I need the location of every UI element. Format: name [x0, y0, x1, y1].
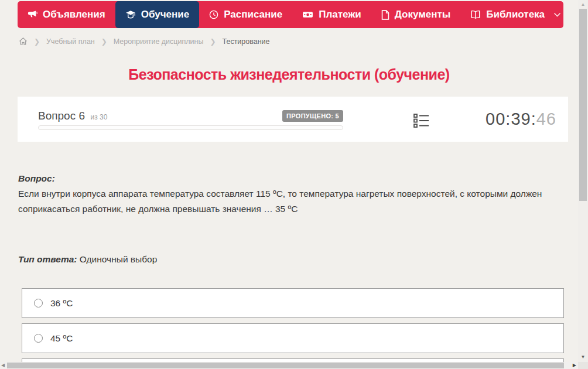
breadcrumb-separator: ❯ — [34, 37, 40, 46]
question-body: Вопрос: Если внутри корпуса аппарата тем… — [18, 171, 569, 267]
progress-bar — [38, 125, 343, 130]
nav-item-announcements[interactable]: Объявления — [18, 1, 115, 28]
nav-item-payments[interactable]: Платежи — [292, 1, 371, 28]
top-navbar: Объявления Обучение Расписание Платежи Д… — [18, 1, 563, 28]
question-text: Если внутри корпуса аппарата температура… — [18, 186, 569, 217]
scroll-right-arrow[interactable]: ▶ — [573, 362, 576, 369]
nav-item-label: Документы — [395, 9, 451, 20]
breadcrumb-study-plan[interactable]: Учебный план — [46, 37, 95, 46]
question-number: Вопрос 6 — [38, 110, 85, 122]
nav-item-label: Расписание — [224, 9, 282, 20]
answer-option-label: 36 ºС — [50, 298, 73, 309]
breadcrumb-separator: ❯ — [101, 37, 107, 46]
chevron-down-icon — [553, 12, 561, 18]
graduation-cap-icon — [125, 10, 136, 19]
answer-type-label: Тип ответа: — [18, 254, 77, 264]
skipped-badge: ПРОПУЩЕНО: 5 — [282, 110, 343, 122]
radio-button[interactable] — [34, 299, 43, 308]
vertical-scrollbar[interactable]: ▲ ▼ — [578, 0, 588, 362]
timer-hours-minutes: 00:39: — [486, 110, 536, 128]
answer-option-2[interactable]: 45 ºС — [22, 323, 564, 353]
nav-item-label: Обучение — [141, 9, 189, 20]
banknote-icon — [302, 10, 313, 19]
home-icon[interactable] — [19, 37, 28, 46]
nav-item-label: Платежи — [319, 9, 361, 20]
radio-button[interactable] — [34, 334, 43, 343]
answer-option-label: 45 ºС — [50, 333, 73, 344]
breadcrumb-testing: Тестирование — [223, 37, 270, 46]
question-panel: Вопрос 6 из 30 ПРОПУЩЕНО: 5 00:39:46 — [18, 97, 568, 142]
breadcrumb-separator: ❯ — [210, 37, 216, 46]
nav-item-schedule[interactable]: Расписание — [199, 1, 292, 28]
megaphone-icon — [28, 10, 37, 20]
nav-item-library[interactable]: Библиотека — [460, 1, 571, 28]
timer-seconds: 46 — [536, 110, 556, 128]
nav-item-training[interactable]: Обучение — [115, 1, 199, 28]
breadcrumb-discipline-event[interactable]: Мероприятие дисциплины — [114, 37, 204, 46]
open-book-icon — [470, 10, 481, 19]
clock-icon — [209, 10, 218, 19]
scroll-left-arrow[interactable]: ◀ — [1, 362, 5, 369]
nav-item-label: Объявления — [43, 9, 105, 20]
nav-item-label: Библиотека — [486, 9, 545, 20]
horizontal-scrollbar[interactable]: ◀ ▶ — [0, 362, 578, 369]
answer-option-1[interactable]: 36 ºС — [22, 288, 564, 318]
document-icon — [381, 10, 389, 20]
scrollbar-corner — [578, 362, 588, 369]
horizontal-scrollbar-thumb[interactable] — [7, 363, 564, 368]
scroll-down-arrow[interactable]: ▼ — [578, 354, 588, 360]
question-list-button[interactable] — [412, 112, 430, 130]
answer-type-value: Одиночный выбор — [80, 254, 158, 264]
question-label: Вопрос: — [18, 171, 569, 186]
scroll-up-arrow[interactable]: ▲ — [578, 2, 588, 7]
timer: 00:39:46 — [486, 110, 556, 129]
page-title: Безопасность жизнедеятельности (обучение… — [0, 66, 578, 83]
question-total: из 30 — [90, 113, 107, 121]
question-list-icon — [413, 121, 429, 130]
vertical-scrollbar-thumb[interactable] — [579, 9, 587, 201]
nav-item-documents[interactable]: Документы — [371, 1, 461, 28]
breadcrumb: ❯ Учебный план ❯ Мероприятие дисциплины … — [19, 37, 270, 46]
